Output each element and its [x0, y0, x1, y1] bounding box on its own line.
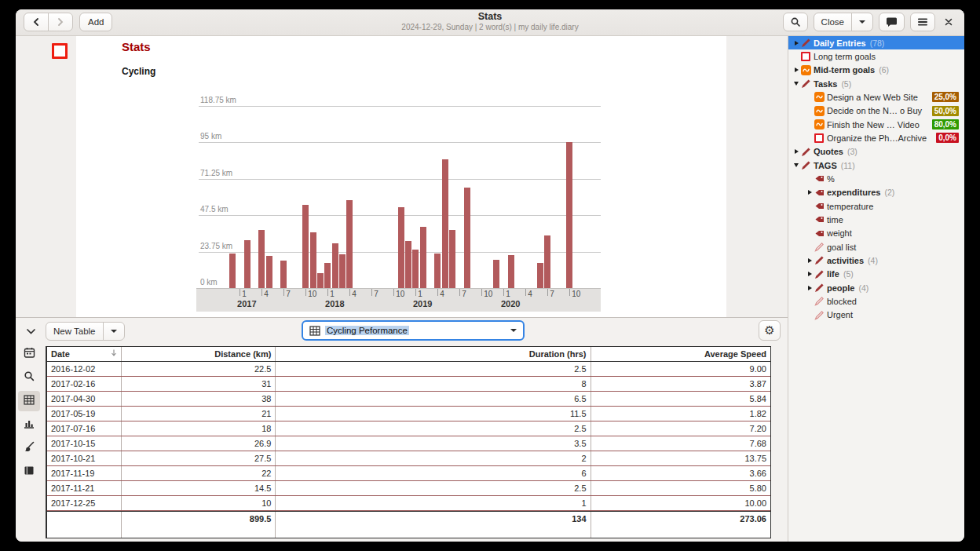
table-cell[interactable]: 31	[122, 377, 276, 391]
table-cell[interactable]: 2	[276, 451, 591, 465]
tool-brush-button[interactable]	[18, 438, 40, 458]
table-cell[interactable]: 2017-05-19	[47, 407, 122, 421]
table-cell[interactable]: 22	[122, 466, 276, 480]
table-cell[interactable]: 2016-12-02	[47, 362, 122, 376]
add-button[interactable]: Add	[79, 13, 112, 31]
tree-item-tasks[interactable]: Tasks(5)	[788, 77, 964, 90]
table-cell[interactable]: 2017-12-25	[47, 496, 122, 510]
table-cell[interactable]: 2017-11-19	[47, 466, 122, 480]
expander-right-icon[interactable]	[792, 149, 801, 154]
panel-tool-strip	[18, 344, 42, 485]
tree-item-weight[interactable]: weight	[788, 227, 964, 240]
todo-checkbox-icon[interactable]	[52, 43, 68, 59]
table-cell[interactable]: 10.00	[591, 496, 771, 510]
expander-down-icon[interactable]	[792, 82, 801, 86]
tool-calendar-button[interactable]	[18, 344, 40, 364]
table-cell[interactable]: 9.00	[591, 362, 771, 376]
tool-search-button[interactable]	[18, 367, 40, 388]
table-cell[interactable]: 2017-10-15	[47, 436, 122, 451]
back-button[interactable]	[24, 13, 49, 31]
tree-item-activities[interactable]: activities(4)	[788, 254, 964, 267]
comments-button[interactable]	[879, 13, 905, 31]
table-cell[interactable]: 10	[122, 496, 276, 510]
column-header-average-speed[interactable]: Average Speed	[591, 347, 771, 361]
tree-item-people[interactable]: people(4)	[788, 281, 964, 294]
table-cell[interactable]: 5.80	[591, 481, 771, 495]
table-cell[interactable]: 8	[276, 377, 591, 391]
table-cell[interactable]: 2.5	[276, 481, 591, 495]
tree-item-tags[interactable]: TAGS(11)	[788, 159, 964, 172]
table-cell[interactable]: 22.5	[122, 362, 276, 376]
table-cell[interactable]: 26.9	[122, 436, 276, 451]
expander-right-icon[interactable]	[792, 41, 801, 46]
table-cell[interactable]: 14.5	[122, 481, 276, 495]
empty-cell	[47, 526, 122, 538]
table-cell[interactable]: 2017-07-16	[47, 421, 122, 436]
tree-item-mid-term-goals[interactable]: Mid-term goals(6)	[788, 64, 964, 77]
table-cell[interactable]: 3.66	[591, 466, 771, 480]
table-cell[interactable]: 2.5	[276, 362, 591, 376]
tree-item-temperature[interactable]: temperature	[788, 199, 964, 213]
tree-item-decide-on-the-n-o-buy[interactable]: Decide on the N… o Buy50,0%	[788, 104, 964, 118]
forward-button[interactable]	[48, 13, 73, 31]
tree-item-daily-entries[interactable]: Daily Entries(78)	[788, 36, 964, 49]
collapse-panel-button[interactable]	[22, 323, 39, 340]
table-cell[interactable]: 2017-10-21	[47, 451, 122, 465]
expander-right-icon[interactable]	[805, 190, 814, 195]
table-cell[interactable]: 2.5	[276, 421, 591, 436]
expander-right-icon[interactable]	[805, 258, 814, 263]
tree-item-finish-the-new-video[interactable]: Finish the New … Video80,0%	[788, 118, 964, 131]
table-cell[interactable]: 7.20	[591, 421, 771, 436]
table-cell[interactable]: 6.5	[276, 392, 591, 406]
tree-item-item[interactable]: %	[788, 172, 964, 185]
tree-item-expenditures[interactable]: expenditures(2)	[788, 186, 964, 199]
close-entry-button[interactable]: Close	[814, 13, 852, 31]
column-header-date[interactable]: Date	[47, 347, 122, 361]
table-selector-combobox[interactable]: Cycling Peformance	[302, 320, 525, 341]
table-cell[interactable]: 7.68	[591, 436, 771, 451]
table-cell[interactable]: 38	[122, 392, 276, 406]
table-cell[interactable]: 21	[122, 407, 276, 421]
expander-down-icon[interactable]	[792, 163, 801, 167]
tool-journal-button[interactable]	[18, 462, 40, 482]
table-cell[interactable]: 3.87	[591, 377, 771, 391]
table-cell[interactable]: 1.82	[591, 407, 771, 421]
tree-item-blocked[interactable]: blocked	[788, 294, 964, 308]
tree-item-goal-list[interactable]: goal list	[788, 240, 964, 254]
tree-item-urgent[interactable]: Urgent	[788, 308, 964, 322]
expander-right-icon[interactable]	[805, 272, 814, 276]
expander-right-icon[interactable]	[805, 286, 814, 290]
column-header-distance-km[interactable]: Distance (km)	[122, 347, 276, 361]
table-cell[interactable]: 27.5	[122, 451, 276, 465]
x-axis-month-label: 4	[440, 290, 444, 298]
table-cell[interactable]: 5.84	[591, 392, 771, 406]
tree-item-design-a-new-web-site[interactable]: Design a New Web Site25,0%	[788, 90, 964, 104]
close-options-button[interactable]	[851, 13, 873, 31]
table-cell[interactable]: 3.5	[276, 436, 591, 451]
table-cell[interactable]: 2017-02-16	[47, 377, 122, 391]
table-settings-button[interactable]: ⚙	[759, 320, 781, 341]
new-table-options-button[interactable]	[103, 322, 125, 341]
close-icon	[944, 17, 953, 27]
tree-item-organize-the-ph-archive[interactable]: Organize the Ph…Archive0,0%	[788, 131, 964, 144]
window-close-button[interactable]	[941, 13, 956, 31]
table-cell[interactable]: 1	[276, 496, 591, 510]
expander-right-icon[interactable]	[792, 68, 801, 72]
tree-item-long-term-goals[interactable]: Long term goals	[788, 49, 964, 63]
tree-item-life[interactable]: life(5)	[788, 268, 964, 281]
tool-chart-button[interactable]	[18, 414, 40, 435]
tool-table-button[interactable]	[18, 391, 40, 411]
table-cell[interactable]: 13.75	[591, 451, 771, 465]
tree-item-quotes[interactable]: Quotes(3)	[788, 145, 964, 159]
square-icon	[814, 133, 827, 143]
table-cell[interactable]: 11.5	[276, 407, 591, 421]
new-table-button[interactable]: New Table	[46, 322, 104, 341]
table-cell[interactable]: 2017-11-21	[47, 481, 122, 495]
table-cell[interactable]: 6	[276, 466, 591, 480]
menu-button[interactable]	[910, 13, 935, 31]
column-header-duration-hrs[interactable]: Duration (hrs)	[276, 347, 591, 361]
table-cell[interactable]: 18	[122, 421, 276, 436]
table-cell[interactable]: 2017-04-30	[47, 392, 122, 406]
tree-item-time[interactable]: time	[788, 213, 964, 226]
search-button[interactable]	[783, 13, 808, 31]
